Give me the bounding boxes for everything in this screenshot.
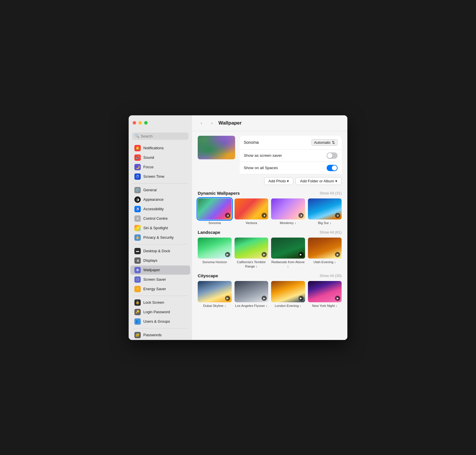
- sidebar-label: Screen Saver: [143, 277, 166, 282]
- sidebar-item-passwords[interactable]: 🔐 Passwords: [130, 330, 190, 340]
- minimize-button[interactable]: [138, 121, 142, 125]
- sidebar-label: Wallpaper: [143, 268, 160, 272]
- divider-4: [133, 328, 188, 328]
- add-photo-button[interactable]: Add Photo ▾: [264, 177, 294, 185]
- utah-label: Utah Evening ↓: [313, 260, 336, 264]
- control-centre-icon: ⊞: [134, 215, 141, 222]
- sidebar-item-lock-screen[interactable]: 🔒 Lock Screen: [130, 298, 190, 307]
- video-badge-6: ▶: [262, 296, 267, 301]
- sidebar-item-appearance[interactable]: ◑ Appearance: [130, 195, 190, 204]
- divider-3: [133, 296, 188, 296]
- sidebar-label: Users & Groups: [143, 319, 170, 324]
- sidebar-label: Notifications: [143, 146, 164, 150]
- all-spaces-toggle-row: Show on all Spaces: [240, 162, 342, 174]
- scrollable-content: Sonoma Automatic ⇅ Show as screen saver …: [192, 131, 347, 340]
- sidebar-label: Login Password: [143, 310, 170, 314]
- california-label: California's Temblor Range ↓: [235, 260, 269, 269]
- forward-button[interactable]: ›: [208, 119, 216, 127]
- general-icon: ⚙️: [134, 187, 141, 193]
- video-badge-7: ▶: [298, 296, 304, 301]
- add-folder-button[interactable]: Add Folder or Album ▾: [296, 177, 342, 185]
- search-bar: 🔍: [132, 133, 189, 140]
- chevron-updown-icon: ⇅: [332, 140, 335, 145]
- dynamic-wallpapers-section: Dynamic Wallpapers Show All (31) ◑ Sonom…: [198, 191, 342, 225]
- landscape-show-all[interactable]: Show All (61): [319, 230, 342, 234]
- sidebar-label: Desktop & Dock: [143, 249, 170, 253]
- accessibility-icon: ♿: [134, 206, 141, 212]
- wallpaper-item-sonoma[interactable]: ◑ Sonoma: [198, 198, 232, 225]
- sidebar-item-accessibility[interactable]: ♿ Accessibility: [130, 204, 190, 214]
- sidebar-item-siri[interactable]: ✦ Siri & Spotlight: [130, 223, 190, 233]
- close-button[interactable]: [133, 121, 136, 125]
- wallpaper-mode-select[interactable]: Automatic ⇅: [311, 139, 338, 146]
- sidebar-label: Privacy & Security: [143, 235, 174, 240]
- wallpaper-item-sonoma-horizon[interactable]: ▶ Sonoma Horizon: [198, 238, 232, 269]
- sidebar-item-control-centre[interactable]: ⊞ Control Centre: [130, 214, 190, 223]
- sidebar-item-screen-saver[interactable]: ⬡ Screen Saver: [130, 275, 190, 284]
- current-wallpaper-section: Sonoma Automatic ⇅ Show as screen saver …: [198, 136, 342, 185]
- video-badge-3: ▶: [298, 252, 304, 257]
- wallpaper-options-panel: Sonoma Automatic ⇅ Show as screen saver …: [240, 136, 342, 185]
- sidebar-item-users-groups[interactable]: 👥 Users & Groups: [130, 317, 190, 326]
- wallpaper-item-utah[interactable]: ▶ Utah Evening ↓: [308, 238, 342, 269]
- maximize-button[interactable]: [144, 121, 148, 125]
- back-button[interactable]: ‹: [198, 119, 205, 127]
- wallpaper-item-bigsur[interactable]: ◑ Big Sur ↓: [308, 198, 342, 225]
- dynamic-badge-2: ◑: [262, 213, 267, 218]
- dubai-thumb: ▶: [198, 281, 232, 302]
- sidebar-group-5: 🔐 Passwords: [129, 330, 192, 340]
- sidebar-label: Displays: [143, 258, 157, 263]
- dynamic-badge: ◑: [225, 213, 230, 218]
- sidebar-label: Sound: [143, 155, 154, 160]
- sidebar-item-energy-saver[interactable]: ⚡ Energy Saver: [130, 284, 190, 294]
- page-title: Wallpaper: [218, 120, 242, 126]
- dynamic-grid: ◑ Sonoma ◑ Ventura ◑: [198, 198, 342, 225]
- sidebar: 🔍 🔔 Notifications 🔊 Sound 🌙 Focus ⏱ Scre…: [129, 115, 192, 340]
- wallpaper-item-ventura[interactable]: ◑ Ventura: [235, 198, 269, 225]
- main-content-area: ‹ › Wallpaper Sonoma Automatic ⇅: [192, 115, 347, 340]
- sidebar-item-screen-time[interactable]: ⏱ Screen Time: [130, 172, 190, 181]
- dynamic-show-all[interactable]: Show All (31): [319, 191, 342, 195]
- wallpaper-item-california[interactable]: ▶ California's Temblor Range ↓: [235, 238, 269, 269]
- wallpaper-item-london[interactable]: ▶ London Evening ↓: [271, 281, 305, 308]
- sidebar-item-wallpaper[interactable]: ❋ Wallpaper: [130, 265, 190, 275]
- landscape-section-header: Landscape Show All (61): [198, 230, 342, 235]
- sidebar-label: Passwords: [143, 333, 162, 337]
- sidebar-item-desktop-dock[interactable]: ▬ Desktop & Dock: [130, 246, 190, 256]
- dynamic-title: Dynamic Wallpapers: [198, 191, 240, 196]
- screen-saver-toggle-row: Show as screen saver: [240, 150, 342, 162]
- sidebar-item-privacy[interactable]: ✋ Privacy & Security: [130, 233, 190, 242]
- dynamic-badge-3: ◑: [298, 213, 304, 218]
- wallpaper-item-newyork[interactable]: ▶ New York Night ↓: [308, 281, 342, 308]
- sidebar-item-displays[interactable]: 🖥 Displays: [130, 256, 190, 265]
- notifications-icon: 🔔: [134, 145, 141, 151]
- screen-saver-toggle[interactable]: [327, 152, 338, 159]
- sidebar-group-1: 🔔 Notifications 🔊 Sound 🌙 Focus ⏱ Screen…: [129, 143, 192, 181]
- divider-2: [133, 244, 188, 244]
- lock-screen-icon: 🔒: [134, 299, 141, 306]
- search-input[interactable]: [141, 134, 186, 138]
- sidebar-item-general[interactable]: ⚙️ General: [130, 186, 190, 195]
- video-badge: ▶: [225, 252, 230, 257]
- sidebar-item-sound[interactable]: 🔊 Sound: [130, 153, 190, 162]
- sidebar-item-focus[interactable]: 🌙 Focus: [130, 162, 190, 172]
- add-photo-label: Add Photo: [269, 179, 286, 183]
- bigsur-label: Big Sur ↓: [318, 221, 332, 225]
- sidebar-item-login-password[interactable]: 🔑 Login Password: [130, 307, 190, 317]
- mode-label: Automatic: [314, 140, 331, 145]
- all-spaces-toggle[interactable]: [327, 165, 338, 171]
- current-wallpaper-preview[interactable]: [198, 136, 235, 159]
- wallpaper-item-monterey[interactable]: ◑ Monterey ↓: [271, 198, 305, 225]
- cityscape-section: Cityscape Show All (30) ▶ Dubai Skyline …: [198, 273, 342, 308]
- sidebar-label: Screen Time: [143, 174, 164, 179]
- sidebar-item-notifications[interactable]: 🔔 Notifications: [130, 144, 190, 153]
- titlebar: [129, 115, 192, 130]
- wallpaper-item-losangeles[interactable]: ▶ Los Angeles Flyover ↓: [235, 281, 269, 308]
- cityscape-show-all[interactable]: Show All (30): [319, 274, 342, 278]
- wallpaper-item-dubai[interactable]: ▶ Dubai Skyline ↓: [198, 281, 232, 308]
- sidebar-label: Appearance: [143, 197, 163, 202]
- wallpaper-item-redwoods[interactable]: ▶ Redwoods from Above ↓: [271, 238, 305, 269]
- system-preferences-window: 🔍 🔔 Notifications 🔊 Sound 🌙 Focus ⏱ Scre…: [129, 115, 347, 340]
- wallpaper-name-row: Sonoma Automatic ⇅: [240, 136, 342, 150]
- screen-time-icon: ⏱: [134, 173, 141, 180]
